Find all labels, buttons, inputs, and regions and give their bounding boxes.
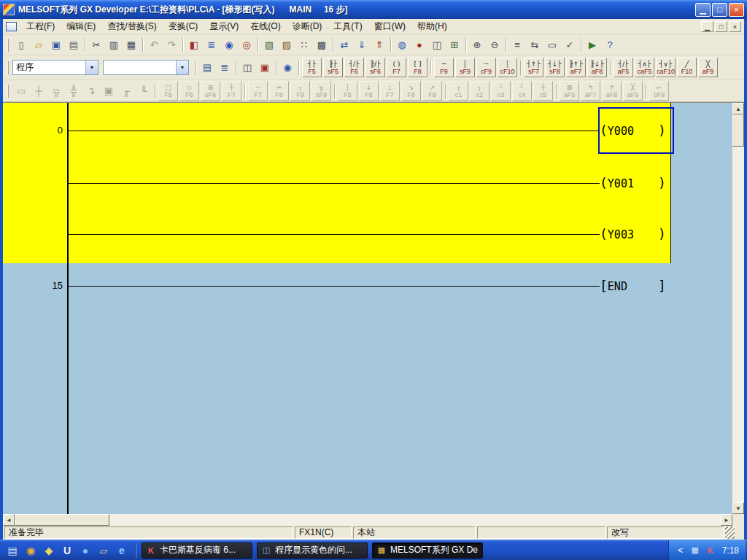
jump-icon[interactable]: ↴ — [82, 83, 100, 99]
chevron-down-icon[interactable]: ▼ — [85, 61, 98, 74]
pulse-conversion-button[interactable]: ┤∧├caF5 — [635, 58, 654, 77]
help-icon[interactable]: ? — [601, 37, 619, 53]
rising-pulse-button[interactable]: ┤↑├sF7 — [524, 58, 543, 77]
ladder-diagram[interactable]: 0 (Y000 ) (Y001 ) (Y003 ) 15 [END ] — [3, 103, 732, 514]
sfc-dummy-step-button[interactable]: ⊞sF6 — [201, 81, 220, 101]
scroll-right-icon[interactable]: ► — [721, 514, 732, 526]
end-step-icon[interactable]: ▣ — [100, 83, 117, 99]
sfc-jump-button[interactable]: ↓F6 — [359, 81, 379, 101]
device-select[interactable]: ▼ — [103, 60, 189, 75]
program-select[interactable]: 程序 ▼ — [12, 60, 98, 75]
entry-data-monitor-icon[interactable]: ⊞ — [446, 37, 463, 53]
menu-edit[interactable]: 编辑(E) — [61, 19, 101, 34]
media-player-icon[interactable]: ◉ — [23, 543, 38, 558]
taskbar-clock[interactable]: 7:18 — [721, 545, 739, 556]
input-method-icon[interactable]: ▦ — [689, 545, 701, 556]
menu-view[interactable]: 显示(V) — [204, 19, 244, 34]
draw-line-button[interactable]: ╱F10 — [677, 58, 697, 77]
sfc-rule-read-button[interactable]: ↗F9 — [422, 81, 442, 101]
statement-edit-icon[interactable]: ≣ — [216, 60, 233, 76]
mdi-restore-button[interactable]: □ — [715, 21, 727, 32]
sfc-rule-write-button[interactable]: ↘F8 — [401, 81, 421, 101]
my-documents-icon[interactable]: ▱ — [96, 543, 111, 558]
ladder-logic-test-icon[interactable]: ▶ — [584, 37, 601, 53]
copy-icon[interactable]: ▥ — [105, 37, 123, 53]
sfc-block-step-button[interactable]: ◇F6 — [179, 81, 199, 101]
horizontal-scrollbar[interactable]: ◄ ► — [3, 514, 732, 526]
tray-collapse-chevron-icon[interactable]: < — [676, 545, 685, 556]
find-replace-icon[interactable]: ◎ — [238, 37, 255, 53]
sfc-cf9-button[interactable]: ←cF9 — [649, 81, 669, 101]
kaspersky-tray-icon[interactable]: K — [705, 545, 716, 556]
sfc-c2-button[interactable]: ┐c2 — [470, 81, 489, 101]
new-project-icon[interactable]: ▯ — [12, 37, 30, 53]
parallel-falling-pulse-button[interactable]: ╟↓├aF8 — [587, 58, 607, 77]
check-program-icon[interactable]: ✓ — [561, 37, 578, 53]
menu-tools[interactable]: 工具(T) — [328, 19, 368, 34]
pulse-invert-button[interactable]: ┤∨├caF10 — [656, 58, 676, 77]
monitor-mode-icon[interactable]: ◉ — [279, 60, 296, 76]
monitor-stop-icon[interactable]: ● — [411, 37, 428, 53]
falling-pulse-button[interactable]: ┤↓├sF8 — [545, 58, 565, 77]
internet-explorer-icon[interactable]: e — [115, 543, 129, 558]
menu-window[interactable]: 窗口(W) — [368, 19, 411, 34]
sfc-c3-button[interactable]: └c3 — [491, 81, 511, 101]
menu-find-replace[interactable]: 查找/替换(S) — [101, 19, 162, 34]
parallel-rising-pulse-button[interactable]: ╟↑├aF7 — [566, 58, 586, 77]
paste-icon[interactable]: ▦ — [123, 37, 140, 53]
delete-line-button[interactable]: ╳aF9 — [698, 58, 718, 77]
cut-icon[interactable]: ✂ — [88, 37, 105, 53]
instruction-list-mode-icon[interactable]: ≣ — [203, 37, 220, 53]
maximize-button[interactable]: □ — [712, 3, 727, 17]
block-end-icon[interactable]: ╙ — [135, 83, 152, 99]
horizontal-line-button[interactable]: ─F9 — [434, 58, 454, 77]
sfc-af7-button[interactable]: ↰aF7 — [581, 81, 600, 101]
parallel-branch-icon[interactable]: ╬ — [65, 83, 82, 99]
parallel-open-contact-button[interactable]: ╟├sF5 — [323, 58, 343, 77]
closed-contact-button[interactable]: ┤/├F6 — [344, 58, 364, 77]
scroll-down-icon[interactable]: ▼ — [732, 502, 744, 514]
vertical-line-button[interactable]: │sF9 — [455, 58, 475, 77]
toolbar-grip[interactable] — [7, 85, 9, 98]
parameter-icon[interactable]: ▨ — [278, 37, 295, 53]
sfc-vertical-line-button[interactable]: │F5 — [338, 81, 357, 101]
application-instruction-button[interactable]: [ ]F8 — [408, 58, 427, 77]
device-comment-icon[interactable]: ∷ — [295, 37, 313, 53]
transition-icon[interactable]: ┼ — [30, 83, 47, 99]
messenger-icon[interactable]: ● — [78, 543, 93, 558]
chevron-down-icon[interactable]: ▼ — [176, 61, 188, 74]
cross-reference-icon[interactable]: ⇆ — [526, 37, 543, 53]
open-contact-button[interactable]: ┤├F5 — [302, 58, 322, 77]
sfc-selection-convergence-button[interactable]: ┐F9 — [290, 81, 310, 101]
device-memory-icon[interactable]: ▩ — [313, 37, 330, 53]
toolbar-grip[interactable] — [7, 39, 9, 52]
sfc-simultaneous-convergence-button[interactable]: ╗sF9 — [311, 81, 331, 101]
show-desktop-icon[interactable]: ▤ — [5, 543, 20, 558]
sfc-end-button[interactable]: ⊥F7 — [380, 81, 400, 101]
menu-online[interactable]: 在线(O) — [244, 19, 286, 34]
instruction-END[interactable]: [END — [600, 278, 627, 294]
mdi-child-icon[interactable] — [6, 22, 17, 31]
menu-project[interactable]: 工程(F) — [20, 19, 61, 34]
device-use-list-icon[interactable]: ▭ — [543, 37, 561, 53]
sfc-step-button[interactable]: □F5 — [158, 81, 178, 101]
selection-branch-icon[interactable]: ╦ — [47, 83, 65, 99]
task-kaspersky-antivirus[interactable]: K 卡巴斯基反病毒 6... — [142, 542, 252, 559]
project-data-list-icon[interactable]: ≡ — [508, 37, 526, 53]
write-to-plc-icon[interactable]: ⇑ — [371, 37, 388, 53]
program-icon[interactable]: ▧ — [260, 37, 278, 53]
open-project-icon[interactable]: ▱ — [30, 37, 47, 53]
vertical-scroll-thumb[interactable] — [732, 114, 744, 147]
zoom-out-icon[interactable]: ⊖ — [486, 37, 503, 53]
zoom-in-icon[interactable]: ⊕ — [468, 37, 486, 53]
coil-Y003[interactable]: (Y003 — [600, 226, 634, 242]
scroll-up-icon[interactable]: ▲ — [732, 103, 744, 114]
mdi-minimize-button[interactable]: ▁ — [701, 21, 713, 32]
sfc-c1-button[interactable]: ┌c1 — [449, 81, 468, 101]
device-batch-monitor-icon[interactable]: ◫ — [428, 37, 446, 53]
sfc-transition-button[interactable]: ┼F7 — [222, 81, 241, 101]
coil-Y001[interactable]: (Y001 — [600, 175, 634, 191]
close-button[interactable]: × — [729, 3, 744, 17]
task-gx-developer[interactable]: ▦ MELSOFT系列 GX De... — [372, 542, 483, 559]
minimize-button[interactable]: ▁ — [695, 3, 711, 17]
